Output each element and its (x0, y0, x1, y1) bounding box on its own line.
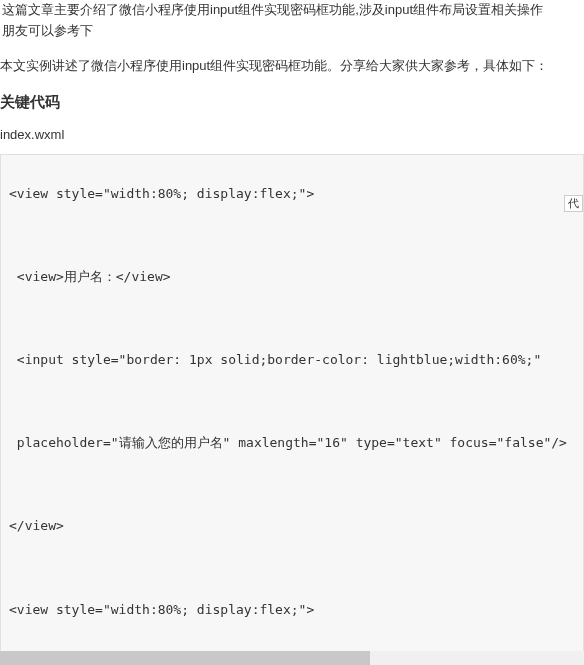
horizontal-scrollbar-track[interactable] (0, 651, 584, 665)
code-line: </view> (9, 518, 64, 533)
code-line: <view style="width:80%; display:flex;"> (9, 602, 314, 617)
code-line: placeholder="请输入您的用户名" maxlength="16" ty… (9, 435, 567, 450)
filename-label: index.wxml (0, 127, 584, 142)
code-line: <view style="width:80%; display:flex;"> (9, 186, 314, 201)
article-intro: 本文实例讲述了微信小程序使用input组件实现密码框功能。分享给大家供大家参考，… (0, 57, 584, 75)
summary-line2: 朋友可以参考下 (2, 23, 93, 38)
summary-line1: 这篇文章主要介绍了微信小程序使用input组件实现密码框功能,涉及input组件… (2, 2, 543, 17)
code-line: <input style="border: 1px solid;border-c… (9, 352, 541, 367)
horizontal-scrollbar-thumb[interactable] (0, 651, 370, 665)
code-line: <view>用户名：</view> (9, 269, 171, 284)
copy-hint-badge[interactable]: 代 (564, 195, 583, 212)
heading-key-code: 关键代码 (0, 93, 584, 112)
code-block: 代<view style="width:80%; display:flex;">… (0, 154, 584, 665)
article-summary: 这篇文章主要介绍了微信小程序使用input组件实现密码框功能,涉及input组件… (0, 0, 584, 42)
